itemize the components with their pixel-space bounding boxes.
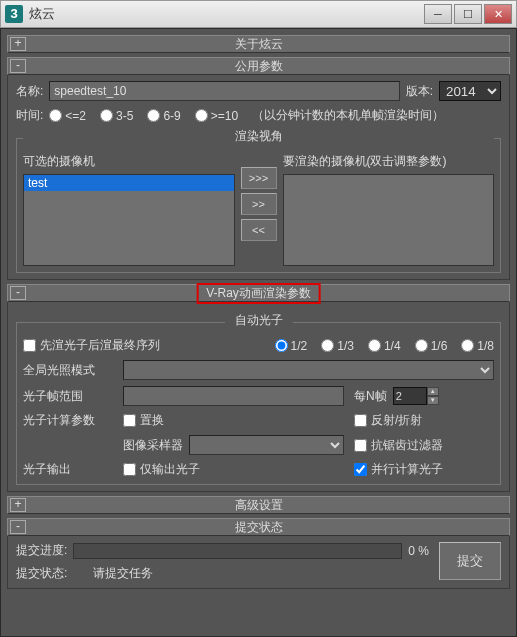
section-title: 关于炫云	[235, 36, 283, 53]
time-label: 时间:	[16, 107, 43, 124]
pre-seq-check[interactable]: 先渲光子后渲最终序列	[23, 337, 160, 354]
time-opt-0[interactable]: <=2	[49, 109, 86, 123]
section-title: V-Ray动画渲染参数	[196, 283, 321, 304]
spin-up-icon[interactable]: ▲	[427, 387, 439, 396]
ratio-4[interactable]: 1/8	[461, 339, 494, 353]
section-header-submit[interactable]: - 提交状态	[7, 518, 510, 536]
toggle-icon[interactable]: +	[10, 498, 26, 512]
auto-photon-title: 自动光子	[229, 313, 289, 327]
per-n-label: 每N帧	[354, 388, 387, 405]
photon-range-label: 光子帧范围	[23, 388, 113, 405]
version-label: 版本:	[406, 83, 433, 100]
time-note: （以分钟计数的本机单帧渲染时间）	[252, 107, 444, 124]
time-opt-1[interactable]: 3-5	[100, 109, 133, 123]
section-title: 公用参数	[235, 58, 283, 75]
photon-out-label: 光子输出	[23, 461, 113, 478]
avail-cam-label: 可选的摄像机	[23, 153, 235, 170]
section-header-advanced[interactable]: + 高级设置	[7, 496, 510, 514]
version-select[interactable]: 2014	[439, 81, 501, 101]
photon-range-input[interactable]	[123, 386, 344, 406]
toggle-icon[interactable]: -	[10, 520, 26, 534]
window-title: 炫云	[29, 5, 422, 23]
app-icon: 3	[5, 5, 23, 23]
list-item[interactable]: test	[24, 175, 234, 191]
titlebar: 3 炫云 ─ ☐ ✕	[0, 0, 517, 28]
status-value: 请提交任务	[93, 565, 153, 582]
target-cam-list[interactable]	[283, 174, 495, 266]
panel-body: + 关于炫云 - 公用参数 名称: 版本: 2014 时间: <=2 3-5 6…	[0, 28, 517, 637]
move-all-button[interactable]: >>>	[241, 167, 277, 189]
progress-value: 0 %	[408, 544, 429, 558]
section-submit: 提交进度: 0 % 提交状态: 请提交任务 提交	[7, 536, 510, 589]
section-header-vray[interactable]: - V-Ray动画渲染参数	[7, 284, 510, 302]
ratio-2[interactable]: 1/4	[368, 339, 401, 353]
move-right-button[interactable]: >>	[241, 193, 277, 215]
parallel-check[interactable]: 并行计算光子	[354, 461, 494, 478]
calc-param-label: 光子计算参数	[23, 412, 113, 429]
gi-mode-select[interactable]	[123, 360, 494, 380]
section-common: 名称: 版本: 2014 时间: <=2 3-5 6-9 >=10 （以分钟计数…	[7, 75, 510, 280]
time-opt-2[interactable]: 6-9	[147, 109, 180, 123]
gi-mode-label: 全局光照模式	[23, 362, 113, 379]
avail-cam-list[interactable]: test	[23, 174, 235, 266]
aa-filter-check[interactable]: 抗锯齿过滤器	[354, 437, 494, 454]
section-header-about[interactable]: + 关于炫云	[7, 35, 510, 53]
section-title: 高级设置	[235, 497, 283, 514]
per-n-spinner[interactable]: ▲▼	[393, 387, 443, 405]
close-button[interactable]: ✕	[484, 4, 512, 24]
ratio-1[interactable]: 1/3	[321, 339, 354, 353]
move-left-button[interactable]: <<	[241, 219, 277, 241]
render-view-title: 渲染视角	[229, 129, 289, 143]
toggle-icon[interactable]: -	[10, 59, 26, 73]
section-vray: 自动光子 先渲光子后渲最终序列 1/2 1/3 1/4 1/6 1/8 全局光照…	[7, 302, 510, 492]
toggle-icon[interactable]: +	[10, 37, 26, 51]
section-title: 提交状态	[235, 519, 283, 536]
time-radio-group: <=2 3-5 6-9 >=10	[49, 109, 238, 123]
render-view-group: 渲染视角 可选的摄像机 test >>> >> << 要渲染的摄像机(双击调整参…	[16, 130, 501, 273]
minimize-button[interactable]: ─	[424, 4, 452, 24]
progress-bar	[73, 543, 402, 559]
time-opt-3[interactable]: >=10	[195, 109, 238, 123]
name-label: 名称:	[16, 83, 43, 100]
status-label: 提交状态:	[16, 565, 67, 582]
maximize-button[interactable]: ☐	[454, 4, 482, 24]
spin-down-icon[interactable]: ▼	[427, 396, 439, 405]
only-photon-check[interactable]: 仅输出光子	[123, 461, 344, 478]
ratio-3[interactable]: 1/6	[415, 339, 448, 353]
name-input[interactable]	[49, 81, 399, 101]
progress-label: 提交进度:	[16, 542, 67, 559]
ratio-0[interactable]: 1/2	[275, 339, 308, 353]
sampler-label: 图像采样器	[123, 437, 183, 454]
toggle-icon[interactable]: -	[10, 286, 26, 300]
submit-button[interactable]: 提交	[439, 542, 501, 580]
auto-photon-group: 自动光子 先渲光子后渲最终序列 1/2 1/3 1/4 1/6 1/8 全局光照…	[16, 314, 501, 485]
sampler-select[interactable]	[189, 435, 344, 455]
refl-refr-check[interactable]: 反射/折射	[354, 412, 494, 429]
displacement-check[interactable]: 置换	[123, 412, 344, 429]
target-cam-label: 要渲染的摄像机(双击调整参数)	[283, 153, 495, 170]
section-header-common[interactable]: - 公用参数	[7, 57, 510, 75]
